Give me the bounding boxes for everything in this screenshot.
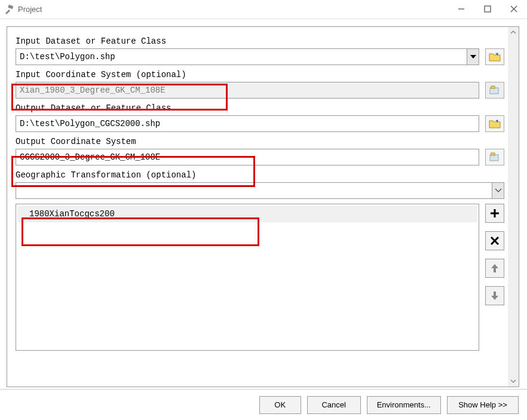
- form-body: Input Dataset or Feature Class D:\test\P…: [7, 27, 519, 359]
- input-dataset-label: Input Dataset or Feature Class: [16, 36, 504, 46]
- input-cs-value: Xian_1980_3_Degree_GK_CM_108E: [20, 85, 166, 95]
- output-dataset-value: D:\test\Polygon_CGCS2000.shp: [20, 119, 160, 128]
- minimize-button[interactable]: [448, 0, 474, 18]
- input-cs-input: Xian_1980_3_Degree_GK_CM_108E: [16, 82, 479, 99]
- hammer-icon: [4, 4, 14, 15]
- svg-rect-0: [8, 4, 13, 8]
- svg-marker-17: [491, 292, 498, 300]
- list-item-text: 1980XianTocgcs200: [29, 209, 115, 219]
- svg-rect-2: [485, 6, 491, 12]
- remove-button[interactable]: [485, 231, 504, 250]
- add-button[interactable]: [485, 204, 504, 223]
- geo-transform-list[interactable]: 1980XianTocgcs200: [16, 204, 479, 351]
- window-controls: [448, 0, 527, 18]
- geo-transform-combo[interactable]: [16, 182, 504, 199]
- output-cs-input[interactable]: CGCS2000_3_Degree_GK_CM_108E: [16, 149, 479, 165]
- close-button[interactable]: [501, 0, 527, 18]
- scrollbar[interactable]: [508, 27, 519, 387]
- show-help-button[interactable]: Show Help >>: [447, 396, 519, 414]
- svg-rect-11: [491, 153, 495, 155]
- output-cs-label: Output Coordinate System: [16, 137, 504, 146]
- content-frame: Input Dataset or Feature Class D:\test\P…: [7, 26, 519, 387]
- scroll-down-icon[interactable]: [508, 376, 519, 387]
- window-title: Project: [18, 5, 42, 14]
- geo-transform-dropdown-button[interactable]: [492, 183, 504, 198]
- bottom-bar: OK Cancel Environments... Show Help >>: [0, 389, 527, 420]
- output-dataset-browse-button[interactable]: [485, 115, 504, 132]
- cancel-button[interactable]: Cancel: [307, 396, 361, 414]
- move-up-button[interactable]: [485, 259, 504, 278]
- input-dataset-input[interactable]: D:\test\Polygon.shp: [16, 48, 479, 65]
- input-dataset-value: D:\test\Polygon.shp: [20, 52, 115, 62]
- environments-button[interactable]: Environments...: [367, 396, 441, 414]
- ok-button[interactable]: OK: [259, 396, 301, 414]
- svg-marker-16: [491, 264, 498, 272]
- maximize-button[interactable]: [474, 0, 501, 18]
- geo-transform-label: Geographic Transformation (optional): [16, 170, 504, 180]
- output-dataset-input[interactable]: D:\test\Polygon_CGCS2000.shp: [16, 115, 479, 132]
- input-dataset-browse-button[interactable]: [485, 48, 504, 65]
- titlebar: Project: [0, 0, 527, 19]
- input-dataset-dropdown-button[interactable]: [467, 49, 479, 65]
- output-cs-browse-button[interactable]: [485, 149, 504, 165]
- input-cs-browse-button[interactable]: [485, 82, 504, 99]
- output-cs-value: CGCS2000_3_Degree_GK_CM_108E: [20, 152, 160, 162]
- scroll-up-icon[interactable]: [508, 27, 519, 38]
- move-down-button[interactable]: [485, 286, 504, 305]
- input-cs-label: Input Coordinate System (optional): [16, 70, 504, 79]
- svg-rect-8: [491, 86, 495, 88]
- svg-marker-5: [470, 55, 476, 59]
- output-dataset-label: Output Dataset or Feature Class: [16, 103, 504, 113]
- list-item[interactable]: 1980XianTocgcs200: [17, 206, 477, 222]
